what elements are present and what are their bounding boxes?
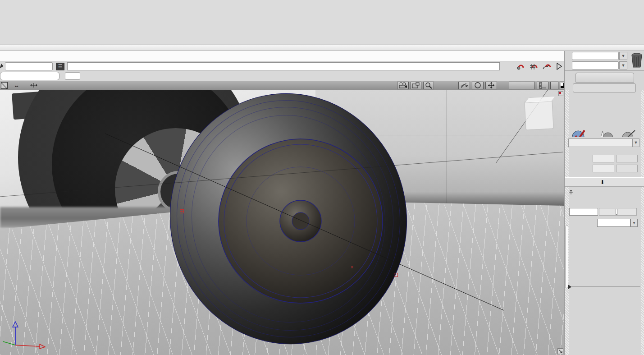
trash-icon[interactable] — [630, 52, 643, 69]
shade-toggle-icon[interactable] — [560, 82, 564, 89]
construction-lines — [0, 81, 564, 355]
view-cube[interactable] — [524, 100, 553, 130]
movie-camera-icon[interactable] — [397, 82, 409, 89]
right-panel: ▼ ▼ ▼ — [564, 51, 644, 355]
panel-divider[interactable] — [568, 286, 640, 287]
snap-to-grid-icon[interactable] — [529, 62, 539, 70]
tool-shelf — [0, 0, 644, 45]
tolerance-field[interactable] — [569, 208, 598, 216]
alias-application-window: ☰ — [0, 0, 644, 355]
panel-icon-row-clipped — [571, 127, 643, 137]
perspective-viewport[interactable]: × ↔ — [0, 81, 564, 355]
cv-marker-1 — [180, 209, 184, 213]
detail-level-button[interactable] — [550, 82, 558, 89]
layer-category-button[interactable] — [0, 72, 59, 80]
tumble-icon[interactable] — [458, 82, 470, 89]
shelf-select-dropdown[interactable] — [572, 52, 619, 60]
construction-history-icon[interactable] — [503, 62, 513, 70]
sphere-line-icon[interactable] — [620, 127, 638, 137]
cursor-icon — [0, 64, 5, 69]
tessellator-arrow[interactable]: ▼ — [630, 219, 638, 227]
spans-field-1[interactable] — [593, 165, 614, 172]
menu-shortcuts-button[interactable] — [573, 83, 636, 92]
pick-check-icon[interactable] — [571, 127, 589, 137]
viewport-resize-handle[interactable] — [557, 348, 563, 354]
picked-objects-arrow[interactable]: ▼ — [632, 138, 639, 147]
zoom-lens-icon[interactable] — [423, 82, 434, 89]
camera-lock-icon[interactable] — [411, 82, 421, 89]
shelf-tab-learning[interactable] — [575, 73, 634, 83]
cv-marker-x: × — [351, 265, 353, 270]
degree-row — [565, 155, 644, 164]
snap-to-point-icon[interactable] — [516, 62, 526, 70]
picked-objects-bar — [568, 138, 632, 147]
prompt-list-icon[interactable]: ☰ — [56, 63, 64, 70]
menu-bar — [0, 51, 564, 61]
look-at-icon[interactable] — [472, 82, 484, 89]
panel-scrollbar-left[interactable] — [565, 90, 569, 355]
cv-marker-2 — [394, 273, 398, 277]
prompt-input[interactable] — [67, 62, 500, 70]
tolerance-slider-thumb[interactable] — [616, 209, 617, 215]
viewport-title-bar[interactable]: ↔ — [0, 81, 564, 90]
show-button[interactable] — [509, 82, 535, 89]
pan-icon[interactable] — [485, 82, 497, 89]
shelf-separator — [0, 45, 644, 51]
viewport-menu-icon[interactable] — [1, 82, 8, 89]
axis-triad — [3, 319, 52, 351]
quality-collapse-icon: ⬇ — [600, 179, 604, 185]
shelf-selector-section: ▼ ▼ — [565, 51, 644, 71]
tolerance-slider[interactable] — [599, 208, 637, 216]
degree-field-2[interactable] — [616, 155, 638, 162]
prompt-row: ☰ — [0, 61, 564, 71]
degree-field-1[interactable] — [593, 155, 614, 162]
shelf-tab-row — [0, 0, 644, 10]
viewport-corner-widget[interactable] — [558, 91, 563, 96]
shelf-options-arrow[interactable]: ▼ — [619, 61, 627, 69]
prompt-next-icon[interactable] — [554, 62, 564, 70]
spans-row — [565, 165, 644, 174]
cone-sphere-icon[interactable] — [595, 127, 613, 137]
shading-icon — [568, 189, 574, 195]
shelf-options-dropdown[interactable] — [572, 61, 619, 69]
quality-section-header[interactable]: ⬇ — [565, 177, 644, 187]
snap-to-curve-icon[interactable] — [542, 62, 552, 70]
shading-section-header[interactable] — [568, 189, 640, 197]
panel-icon-row — [571, 94, 643, 126]
unit-arrows-icon: ↔ — [14, 82, 19, 88]
ruler-icon[interactable] — [537, 82, 548, 89]
pick-mode-select[interactable] — [5, 62, 53, 70]
tessellator-dropdown[interactable] — [597, 219, 630, 227]
shelf-select-arrow[interactable]: ▼ — [619, 52, 627, 60]
layer-nav-buttons[interactable] — [65, 72, 80, 80]
grid-size-icon — [30, 83, 37, 88]
layer-bar — [0, 71, 564, 81]
spans-field-2[interactable] — [616, 165, 638, 172]
